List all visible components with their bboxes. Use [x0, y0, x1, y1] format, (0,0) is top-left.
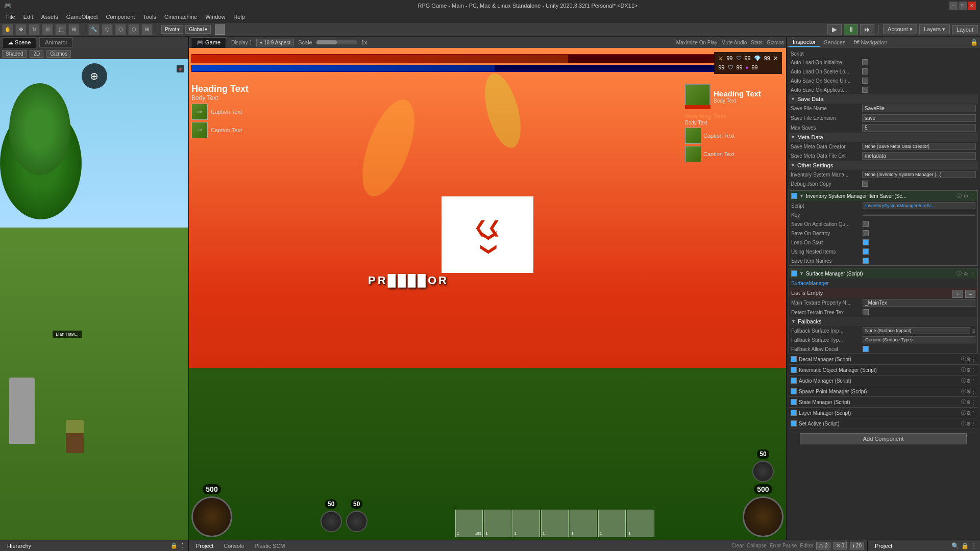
- menu-window[interactable]: Window: [201, 13, 229, 21]
- error-filter[interactable]: ✕ 0: [834, 542, 847, 549]
- tab-inspector[interactable]: Inspector: [789, 38, 820, 47]
- inv-slot-6[interactable]: 1: [598, 510, 626, 537]
- inv-slot-7[interactable]: 1: [627, 510, 654, 537]
- main-texture-value[interactable]: _MainTex: [863, 299, 975, 307]
- auto-load-scene-checkbox[interactable]: [862, 68, 868, 74]
- project-tab-console[interactable]: Project: [192, 542, 217, 550]
- set-active-more-icon[interactable]: ⋮: [971, 421, 976, 427]
- other-settings-section[interactable]: ▼ Other Settings: [789, 161, 978, 170]
- fallback-impact-pick-icon[interactable]: ⊙: [971, 328, 975, 334]
- circle-btn-1[interactable]: [321, 511, 342, 532]
- max-saves-value[interactable]: 5: [862, 124, 976, 132]
- menu-help[interactable]: Help: [229, 13, 249, 21]
- tab-game[interactable]: 🎮 Game: [191, 37, 226, 48]
- rect-tool[interactable]: ⬚: [55, 24, 66, 35]
- audio-manager-settings-icon[interactable]: ⚙: [966, 378, 971, 384]
- kinematic-manager-info-icon[interactable]: ⓘ: [961, 366, 966, 373]
- global-button[interactable]: Global ▾: [185, 25, 211, 34]
- state-manager-more-icon[interactable]: ⋮: [971, 399, 976, 405]
- fallbacks-section[interactable]: ▼ Fallbacks: [789, 317, 977, 326]
- item-saver-key-value[interactable]: [863, 214, 975, 216]
- item-saver-more-icon[interactable]: ⋮: [970, 193, 975, 199]
- account-button[interactable]: Account ▾: [883, 24, 917, 34]
- pause-button[interactable]: ⏸: [844, 24, 858, 35]
- set-active-settings-icon[interactable]: ⚙: [966, 421, 971, 427]
- surface-manager-more-icon[interactable]: ⋮: [970, 271, 975, 277]
- inv-slot-5[interactable]: 1: [570, 510, 597, 537]
- transform-tool[interactable]: ⊞: [68, 24, 80, 35]
- project-search-icon[interactable]: 🔍: [951, 542, 959, 549]
- item-saver-section[interactable]: ▼ Inventory System Manager Item Saver (S…: [789, 191, 977, 201]
- layer-manager-settings-icon[interactable]: ⚙: [966, 410, 971, 416]
- menu-assets[interactable]: Assets: [37, 13, 62, 21]
- gizmos-game-button[interactable]: Gizmos: [767, 40, 784, 45]
- fallback-type-value[interactable]: Generic (Surface Type): [863, 336, 975, 343]
- item-saver-info-icon[interactable]: ⓘ: [957, 192, 962, 199]
- item-saver-settings-icon[interactable]: ⚙: [964, 193, 968, 199]
- fallback-decal-checkbox[interactable]: [863, 346, 869, 352]
- auto-save-app-checkbox[interactable]: [862, 87, 868, 93]
- save-file-ext-value[interactable]: save: [862, 114, 976, 122]
- state-manager-info-icon[interactable]: ⓘ: [961, 398, 966, 406]
- save-on-destroy-checkbox[interactable]: [863, 230, 869, 236]
- list-add-button[interactable]: +: [952, 290, 963, 298]
- add-component-button[interactable]: Add Component: [800, 433, 967, 444]
- gizmos-scene-button[interactable]: Gizmos: [46, 50, 71, 58]
- meta-file-ext-value[interactable]: metadata: [862, 152, 976, 160]
- console-tab[interactable]: Console: [219, 542, 248, 550]
- kinematic-manager-checkbox[interactable]: [791, 367, 797, 373]
- spawn-point-manager-more-icon[interactable]: ⋮: [971, 389, 976, 394]
- set-active-checkbox[interactable]: [791, 420, 797, 427]
- error-pause-button[interactable]: Error Pause: [770, 543, 797, 548]
- meta-creator-value[interactable]: None (Save Meta Data Creator): [862, 143, 976, 150]
- surface-manager-section[interactable]: ▼ Surface Manager (Script) ⓘ ⚙ ⋮: [789, 268, 977, 279]
- tab-navigation[interactable]: 🗺 Navigation: [849, 38, 891, 46]
- custom-tool-5[interactable]: ⊞: [141, 24, 153, 35]
- layer-manager-more-icon[interactable]: ⋮: [971, 410, 976, 416]
- audio-manager-info-icon[interactable]: ⓘ: [961, 377, 966, 384]
- minimize-button[interactable]: ─: [949, 2, 958, 10]
- pivot-button[interactable]: Pivot ▾: [161, 25, 183, 34]
- surface-manager-info-icon[interactable]: ⓘ: [957, 270, 962, 277]
- hierarchy-more-icon[interactable]: ⋮: [180, 542, 185, 549]
- state-manager-settings-icon[interactable]: ⚙: [966, 399, 971, 405]
- hand-tool[interactable]: ✋: [2, 24, 13, 35]
- rotate-tool[interactable]: ↻: [29, 24, 40, 35]
- using-nested-items-checkbox[interactable]: [863, 248, 869, 255]
- load-on-start-checkbox[interactable]: [863, 239, 869, 245]
- close-button[interactable]: ✕: [968, 2, 976, 10]
- audio-manager-checkbox[interactable]: [791, 378, 797, 384]
- auto-load-initialize-checkbox[interactable]: [862, 59, 868, 65]
- shaded-label[interactable]: Shaded: [2, 50, 27, 58]
- custom-tool-3[interactable]: ⬡: [115, 24, 126, 35]
- inv-slot-3[interactable]: 1: [512, 510, 540, 537]
- menu-cinemachine[interactable]: Cinemachine: [160, 13, 201, 21]
- kinematic-manager-settings-icon[interactable]: ⚙: [966, 367, 971, 373]
- scale-slider[interactable]: [316, 40, 357, 44]
- decal-manager-settings-icon[interactable]: ⚙: [966, 357, 971, 362]
- collapse-button[interactable]: Collapse: [747, 543, 767, 548]
- inv-slot-1[interactable]: 1x99: [455, 510, 483, 537]
- menu-edit[interactable]: Edit: [19, 13, 37, 21]
- project-tab[interactable]: Project: [871, 542, 896, 550]
- auto-save-scene-checkbox[interactable]: [862, 78, 868, 84]
- custom-tool-4[interactable]: ⬡: [128, 24, 139, 35]
- surface-manager-enabled-checkbox[interactable]: [791, 270, 797, 277]
- menu-tools[interactable]: Tools: [139, 13, 160, 21]
- mute-audio-button[interactable]: Mute Audio: [721, 40, 747, 45]
- debug-json-checkbox[interactable]: [862, 181, 868, 187]
- layer-manager-checkbox[interactable]: [791, 410, 797, 416]
- lock-icon[interactable]: 🔒: [970, 39, 978, 46]
- menu-file[interactable]: File: [2, 13, 19, 21]
- aspect-button[interactable]: ▾ 16:9 Aspect: [256, 39, 294, 46]
- save-on-quit-checkbox[interactable]: [863, 221, 869, 227]
- spawn-point-manager-checkbox[interactable]: [791, 388, 797, 394]
- warning-filter[interactable]: ⚠ 2: [816, 542, 830, 549]
- circle-btn-3[interactable]: [752, 461, 774, 482]
- decal-manager-checkbox[interactable]: [791, 356, 797, 362]
- project-lock-icon[interactable]: 🔒: [961, 542, 969, 549]
- tab-animator[interactable]: Animator: [39, 37, 73, 47]
- fallback-impact-value[interactable]: None (Surface Impact): [863, 327, 970, 334]
- spawn-point-manager-settings-icon[interactable]: ⚙: [966, 389, 971, 394]
- custom-tool-2[interactable]: ⬡: [102, 24, 113, 35]
